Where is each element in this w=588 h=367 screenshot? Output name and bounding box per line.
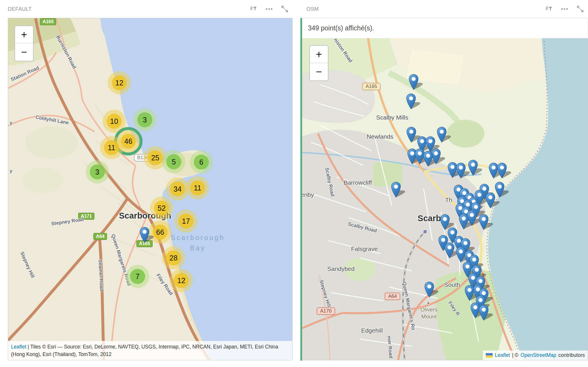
panel-default: DEFAULT <box>8 0 293 361</box>
cluster-marker[interactable]: 12 <box>170 269 193 292</box>
panel-title: DEFAULT <box>8 6 32 12</box>
openstreetmap-link[interactable]: OpenStreetMap <box>521 352 556 358</box>
cluster-marker[interactable]: 11 <box>186 176 209 199</box>
panel-toolbar <box>545 0 584 18</box>
zoom-control: + − <box>309 45 328 81</box>
points-count-bar: 349 point(s) affiché(s). <box>302 18 588 38</box>
road-shield: A165 <box>362 83 381 90</box>
cluster-count: 6 <box>194 155 209 170</box>
attribution-suffix: contributors <box>558 352 585 358</box>
cluster-count: 25 <box>148 150 163 165</box>
more-options-icon[interactable] <box>561 5 568 13</box>
zoom-out-button[interactable]: − <box>15 43 33 61</box>
cluster-marker[interactable]: 6 <box>190 151 213 174</box>
cluster-count: 5 <box>166 154 181 169</box>
cluster-count: 7 <box>130 269 145 284</box>
panel-toolbar <box>250 0 288 18</box>
cluster-marker[interactable]: 5 <box>162 150 185 173</box>
filter-icon[interactable] <box>545 5 553 13</box>
leaflet-link[interactable]: Leaflet <box>11 344 26 350</box>
cluster-marker[interactable]: 11 <box>100 136 123 159</box>
cluster-count: 28 <box>166 250 181 265</box>
road-shield: A170 <box>317 307 335 315</box>
zoom-in-button[interactable]: + <box>310 46 328 63</box>
road-shield: A64 <box>385 293 400 300</box>
cluster-marker[interactable]: 3 <box>133 108 156 131</box>
panel-osm-header: OSM <box>300 0 588 18</box>
attribution-text: | Tiles © Esri — Source: Esri, DeLorme, … <box>11 344 278 357</box>
esri-basemap <box>8 18 292 360</box>
panel-accent-bar <box>300 18 302 361</box>
map-osm[interactable]: A165A64A170niston RoadScalby MillsNewlan… <box>302 38 588 360</box>
ukraine-flag-icon <box>486 353 493 358</box>
more-options-icon[interactable] <box>265 5 273 13</box>
attribution-sep: | © <box>512 352 518 358</box>
panel-title: OSM <box>306 6 319 12</box>
cluster-count: 17 <box>178 214 193 229</box>
expand-icon[interactable] <box>576 5 584 13</box>
map-default[interactable]: A165B1364A171A64A165Burniston RoadStatio… <box>8 18 293 360</box>
cluster-count: 11 <box>190 180 205 195</box>
cluster-count: 52 <box>154 201 169 216</box>
cluster-count: 3 <box>137 112 152 127</box>
expand-icon[interactable] <box>281 5 288 13</box>
road-shield: A64 <box>93 233 107 240</box>
zoom-in-button[interactable]: + <box>15 26 33 43</box>
cluster-marker[interactable]: 34 <box>166 177 189 201</box>
panel-default-header: DEFAULT <box>8 0 293 18</box>
cluster-count: 12 <box>112 75 127 90</box>
cluster-marker[interactable]: 17 <box>174 210 198 233</box>
cluster-marker[interactable]: 28 <box>162 246 185 269</box>
cluster-count: 10 <box>107 114 122 129</box>
map-attribution: Leaflet | © OpenStreetMap contributors <box>483 351 588 360</box>
cluster-count: 11 <box>104 140 119 155</box>
panel-osm: OSM 349 point(s) affiché(s). <box>300 0 588 361</box>
road-shield: A165 <box>40 18 56 25</box>
zoom-out-button[interactable]: − <box>310 63 328 80</box>
cluster-marker[interactable]: 7 <box>126 265 149 288</box>
zoom-control: + − <box>14 25 34 61</box>
cluster-count: 12 <box>174 273 189 288</box>
leaflet-link[interactable]: Leaflet <box>495 352 510 358</box>
cluster-count: 34 <box>170 181 185 197</box>
cluster-marker[interactable]: 12 <box>108 71 131 94</box>
cluster-marker[interactable]: 3 <box>86 160 109 183</box>
osm-basemap <box>302 38 588 360</box>
cluster-marker[interactable]: 52 <box>150 197 173 220</box>
filter-icon[interactable] <box>250 5 257 13</box>
cluster-count: 3 <box>90 164 105 179</box>
road-shield: A171 <box>78 213 94 220</box>
points-count-text: 349 point(s) affiché(s). <box>308 24 374 32</box>
map-attribution: Leaflet | Tiles © Esri — Source: Esri, D… <box>8 341 292 360</box>
